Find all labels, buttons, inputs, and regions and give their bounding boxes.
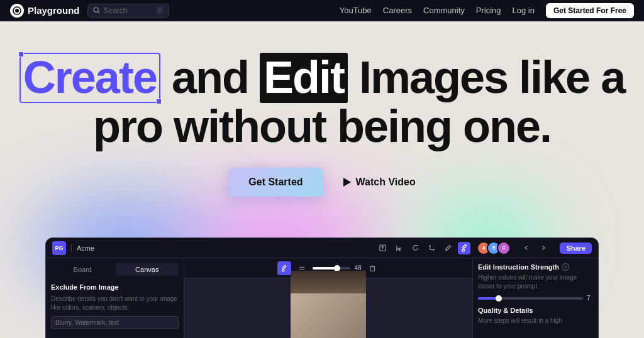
navbar: Playground Search / YouTube Careers Comm… [0, 0, 644, 21]
play-icon [343, 178, 351, 187]
sidebar-tab-canvas[interactable]: Canvas [116, 263, 179, 276]
app-toolbar: PG Acme [46, 238, 598, 258]
pen-icon[interactable] [441, 242, 454, 254]
headline: Create and Edit Images like a pro withou… [0, 53, 644, 150]
app-window: PG Acme [45, 237, 599, 338]
cursor-icon[interactable] [392, 242, 405, 254]
canvas-slider [313, 267, 350, 270]
canvas-image-area [184, 278, 472, 338]
export-icon[interactable] [376, 242, 389, 254]
logo-text: Playground [28, 5, 80, 16]
watch-video-button[interactable]: Watch Video [343, 177, 416, 188]
right-panel-slider-thumb[interactable] [496, 295, 502, 302]
app-preview: PG Acme [45, 237, 599, 338]
navbar-right: YouTube Careers Community Pricing Log in… [340, 3, 634, 18]
headline-rest1: Images like a [348, 52, 625, 102]
refresh-icon[interactable] [409, 242, 421, 254]
get-started-button[interactable]: Get Started [228, 168, 323, 197]
toolbar-icons [376, 242, 470, 254]
logo[interactable]: Playground [10, 4, 80, 18]
right-panel-title-1: Edit Instruction Strength ? [478, 263, 593, 271]
sidebar-section-title: Exclude From Image [51, 283, 179, 291]
search-placeholder: Search [104, 6, 128, 15]
svg-point-2 [93, 8, 97, 12]
canvas-brush-tool[interactable] [277, 261, 291, 275]
right-panel-title-2: Quality & Details [478, 307, 593, 314]
canvas-trash-tool[interactable] [365, 261, 379, 275]
watch-video-label: Watch Video [356, 177, 416, 188]
app-canvas: 48 [184, 258, 472, 338]
nav-careers[interactable]: Careers [383, 6, 412, 15]
right-panel-desc-2: More steps will result in a high [478, 317, 593, 325]
info-icon-1: ? [562, 263, 569, 271]
hero-ctas: Get Started Watch Video [228, 168, 415, 197]
headline-create: Create [19, 53, 160, 103]
svg-point-1 [15, 9, 19, 13]
nav-community[interactable]: Community [423, 6, 465, 15]
hero-section: Create and Edit Images like a pro withou… [0, 21, 644, 338]
nav-pricing[interactable]: Pricing [476, 6, 501, 15]
share-button[interactable]: Share [560, 243, 592, 254]
headline-and: and [160, 52, 260, 102]
toolbar-avatars: A B C [480, 241, 511, 255]
toolbar-sep [71, 244, 72, 253]
right-panel-slider-value: 7 [587, 295, 593, 302]
app-right-panel: Edit Instruction Strength ? Higher value… [472, 258, 598, 338]
search-bar[interactable]: Search / [87, 4, 169, 18]
headline-edit: Edit [260, 53, 348, 103]
sidebar-tabs: Board Canvas [51, 263, 179, 276]
toolbar-logo: PG [52, 241, 66, 255]
nav-login[interactable]: Log in [513, 6, 535, 15]
slider-track[interactable] [313, 267, 350, 270]
crop-icon[interactable] [425, 242, 438, 254]
search-icon [93, 7, 100, 14]
forward-icon[interactable] [537, 242, 550, 254]
right-panel-desc-1: Higher values will make your image close… [478, 273, 593, 291]
app-content: Board Canvas Exclude From Image Describe… [46, 258, 598, 338]
svg-line-3 [97, 11, 99, 13]
svg-rect-8 [370, 266, 374, 271]
logo-icon [10, 4, 24, 18]
search-kbd: / [157, 6, 164, 14]
right-panel-slider: 7 [478, 295, 593, 302]
toolbar-workspace: Acme [77, 244, 94, 252]
headline-line2: pro without being one. [0, 103, 644, 151]
avatar-3: C [497, 241, 511, 255]
face-hair [291, 271, 366, 293]
nav-cta-button[interactable]: Get Started For Free [546, 3, 634, 18]
sidebar-section-desc: Describe details you don't want in your … [51, 295, 179, 312]
navbar-left: Playground Search / [10, 4, 169, 18]
right-panel-slider-track[interactable] [478, 297, 583, 300]
app-sidebar: Board Canvas Exclude From Image Describe… [46, 258, 184, 338]
brush-icon[interactable] [458, 242, 470, 254]
sidebar-tab-board[interactable]: Board [51, 263, 114, 276]
back-icon[interactable] [519, 242, 532, 254]
face-image [291, 271, 366, 339]
nav-youtube[interactable]: YouTube [340, 6, 372, 15]
sidebar-input[interactable] [51, 316, 179, 329]
hero-headline: Create and Edit Images like a pro withou… [0, 21, 644, 150]
